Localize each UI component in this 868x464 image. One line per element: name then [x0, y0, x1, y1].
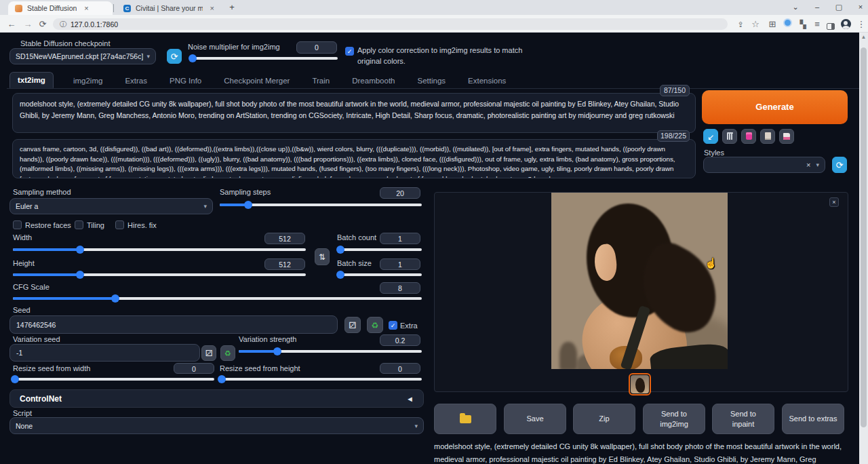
noise-multiplier-slider[interactable]: [191, 54, 338, 62]
variation-strength-slider[interactable]: [239, 347, 422, 355]
tab-txt2img[interactable]: txt2img: [9, 72, 54, 88]
styles-refresh-button[interactable]: ⟳: [832, 157, 847, 173]
extensions-grid-icon[interactable]: ⊞: [766, 18, 778, 31]
back-icon[interactable]: ←: [5, 18, 18, 31]
cfg-scale-slider[interactable]: [13, 294, 422, 303]
resize-seed-height-value[interactable]: 0: [380, 363, 420, 374]
slider-thumb[interactable]: [111, 294, 119, 303]
window-minimize-button[interactable]: –: [807, 0, 827, 15]
restore-faces-checkbox[interactable]: [13, 220, 22, 229]
tab-extras[interactable]: Extras: [122, 73, 150, 88]
batch-size-slider[interactable]: [337, 271, 422, 279]
generate-button[interactable]: Generate: [702, 90, 848, 124]
checkpoint-dropdown[interactable]: SD15NewVAEpruned.ckpt [27a4ac756c] ▾: [9, 48, 156, 64]
controlnet-accordion[interactable]: ControlNet ◄: [9, 389, 424, 408]
batch-size-value[interactable]: 1: [380, 258, 420, 270]
reuse-seed-button[interactable]: ♻: [367, 317, 383, 333]
generated-image[interactable]: [551, 193, 728, 369]
color-correction-checkbox[interactable]: ✓: [345, 47, 354, 56]
sampling-method-dropdown[interactable]: Euler a ▾: [9, 198, 213, 214]
slider-thumb[interactable]: [336, 271, 344, 279]
reuse-variation-seed-button[interactable]: ♻: [220, 345, 235, 361]
tab-img2img[interactable]: img2img: [71, 73, 105, 88]
extra-seed-checkbox[interactable]: ✓: [389, 321, 397, 330]
browser-tab-civitai[interactable]: C Civitai | Share your models ×: [117, 1, 220, 15]
puzzle-extensions-icon[interactable]: ▚: [797, 18, 809, 31]
height-slider[interactable]: [13, 271, 306, 279]
slider-thumb[interactable]: [336, 246, 344, 254]
slider-thumb[interactable]: [76, 246, 84, 254]
blue-status-icon[interactable]: [781, 18, 793, 31]
send-to-img2img-button[interactable]: Send to img2img: [643, 404, 705, 434]
bookmark-star-icon[interactable]: ☆: [749, 18, 762, 31]
clear-styles-icon[interactable]: ×: [806, 161, 810, 169]
window-menu-icon[interactable]: ⌄: [785, 0, 806, 15]
tab-settings[interactable]: Settings: [415, 73, 449, 88]
random-seed-button[interactable]: ⚂: [344, 317, 361, 333]
batch-count-value[interactable]: 1: [380, 233, 420, 244]
width-value[interactable]: 512: [264, 233, 305, 244]
random-variation-seed-button[interactable]: ⚂: [201, 345, 216, 361]
gallery-close-button[interactable]: ×: [829, 197, 839, 207]
prompt-textarea[interactable]: modelshoot style, (extremely detailed CG…: [12, 93, 696, 133]
window-close-button[interactable]: ×: [850, 0, 868, 15]
zip-button[interactable]: Zip: [573, 404, 635, 434]
new-tab-button[interactable]: +: [226, 2, 237, 13]
side-panel-icon[interactable]: [825, 18, 837, 33]
resize-seed-width-value[interactable]: 0: [174, 363, 214, 374]
styles-dropdown[interactable]: × ▾: [703, 157, 825, 173]
swap-width-height-button[interactable]: ⇅: [315, 248, 330, 265]
slider-thumb[interactable]: [244, 201, 252, 209]
gallery-thumbnail-selected[interactable]: [629, 373, 651, 395]
browser-tab-stable-diffusion[interactable]: Stable Diffusion ×: [8, 1, 113, 15]
negative-prompt-textarea[interactable]: canvas frame, cartoon, 3d, ((disfigured)…: [12, 139, 696, 178]
browser-menu-icon[interactable]: ⋮: [855, 18, 867, 31]
sampling-steps-slider[interactable]: [220, 201, 422, 209]
tab-train[interactable]: Train: [309, 73, 332, 88]
width-slider[interactable]: [13, 246, 306, 254]
sampling-steps-value[interactable]: 20: [380, 187, 420, 199]
noise-multiplier-value[interactable]: 0: [296, 41, 337, 54]
paste-generation-params-button[interactable]: ↙: [703, 129, 718, 144]
scrollbar-thumb[interactable]: [861, 47, 867, 427]
profile-avatar[interactable]: [840, 18, 852, 33]
slider-thumb[interactable]: [76, 271, 84, 279]
tiling-checkbox[interactable]: [75, 220, 83, 229]
slider-thumb[interactable]: [189, 54, 197, 62]
seed-input[interactable]: 1476462546: [9, 315, 338, 334]
send-to-extras-button[interactable]: Send to extras: [782, 404, 844, 434]
variation-seed-input[interactable]: -1: [9, 344, 200, 362]
clear-prompt-button[interactable]: [722, 129, 737, 144]
share-icon[interactable]: ⇪: [734, 18, 747, 31]
page-scrollbar[interactable]: ▲: [859, 33, 868, 464]
tab-png-info[interactable]: PNG Info: [167, 73, 204, 88]
slider-thumb[interactable]: [11, 375, 19, 383]
height-value[interactable]: 512: [264, 258, 305, 270]
save-style-button[interactable]: [779, 129, 794, 144]
hires-fix-checkbox[interactable]: [115, 220, 124, 229]
scrollbar-up-icon[interactable]: ▲: [859, 34, 868, 40]
window-maximize-button[interactable]: ▢: [829, 0, 849, 15]
resize-seed-height-slider[interactable]: [220, 375, 422, 383]
tab-close-icon[interactable]: ×: [210, 4, 214, 12]
reload-icon[interactable]: ⟳: [37, 18, 49, 31]
tab-dreambooth[interactable]: Dreambooth: [349, 73, 397, 88]
slider-thumb[interactable]: [273, 347, 281, 355]
batch-count-slider[interactable]: [337, 246, 422, 254]
resize-seed-width-slider[interactable]: [13, 375, 214, 383]
slider-thumb[interactable]: [218, 375, 226, 383]
save-button[interactable]: Save: [504, 404, 566, 434]
cfg-scale-value[interactable]: 8: [380, 282, 420, 294]
address-bar[interactable]: ⓘ 127.0.0.1:7860: [53, 18, 728, 30]
open-folder-button[interactable]: [434, 404, 496, 434]
reading-list-icon[interactable]: ≡: [811, 18, 823, 31]
site-info-icon[interactable]: ⓘ: [60, 20, 66, 29]
apply-styles-button[interactable]: [760, 129, 775, 144]
tab-checkpoint-merger[interactable]: Checkpoint Merger: [221, 73, 292, 88]
forward-icon[interactable]: →: [22, 18, 34, 31]
send-to-inpaint-button[interactable]: Send to inpaint: [712, 404, 774, 434]
extra-networks-button[interactable]: [741, 129, 756, 144]
tab-close-icon[interactable]: ×: [84, 4, 88, 12]
checkpoint-refresh-button[interactable]: ⟳: [167, 49, 182, 64]
script-dropdown[interactable]: None ▾: [9, 417, 424, 434]
